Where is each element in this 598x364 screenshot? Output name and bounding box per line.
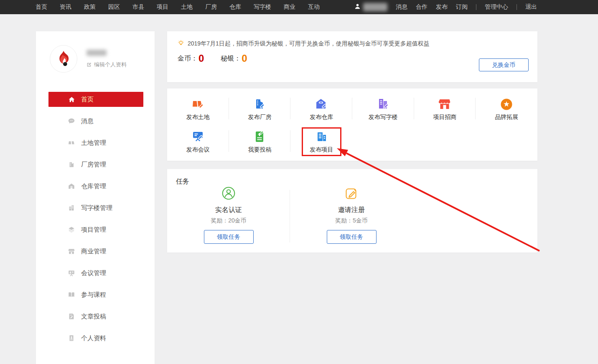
publish-office-label: 发布写字楼 bbox=[369, 114, 398, 121]
claim-task-button[interactable]: 领取任务 bbox=[204, 230, 254, 244]
sidebar-item-label: 首页 bbox=[81, 96, 94, 104]
sidebar-username-blurred bbox=[87, 50, 107, 56]
flame-logo-icon bbox=[54, 49, 73, 68]
publish-land-cell[interactable]: 发布土地 bbox=[167, 94, 229, 127]
project-investment-icon bbox=[437, 94, 452, 112]
project-investment-label: 项目招商 bbox=[433, 114, 456, 121]
office-icon bbox=[67, 204, 76, 212]
nav-item-subscribe[interactable]: 订阅 bbox=[456, 3, 468, 11]
realname-auth-icon bbox=[221, 185, 236, 202]
sidebar-item-business-management[interactable]: 商业管理 bbox=[36, 240, 155, 262]
nav-item-interact[interactable]: 互动 bbox=[308, 3, 320, 11]
nav-item-office[interactable]: 写字楼 bbox=[254, 3, 271, 11]
sidebar-menu: 首页 消息 土地管理 厂房管理 仓库管理 bbox=[36, 92, 155, 349]
nav-item-project[interactable]: 项目 bbox=[157, 3, 168, 11]
publish-warehouse-icon bbox=[314, 94, 329, 112]
publish-office-icon bbox=[376, 94, 391, 112]
sidebar-item-label: 消息 bbox=[81, 117, 94, 125]
sidebar-item-label: 文章投稿 bbox=[81, 313, 106, 321]
sidebar-item-warehouse-management[interactable]: 仓库管理 bbox=[36, 175, 155, 197]
nav-item-park[interactable]: 园区 bbox=[108, 3, 120, 11]
task-invite-register: 邀请注册 奖励：5金币 领取任务 bbox=[290, 185, 413, 244]
nav-item-warehouse[interactable]: 仓库 bbox=[229, 3, 241, 11]
sidebar-item-home[interactable]: 首页 bbox=[48, 92, 143, 107]
coins-notice-card: 2019年7月1日起，招商币升级为秘银，可用于兑换金币，使用秘银与金币可享受更多… bbox=[167, 31, 537, 82]
nav-item-factory[interactable]: 厂房 bbox=[205, 3, 217, 11]
sidebar-item-label: 个人资料 bbox=[81, 334, 106, 342]
submit-article-icon bbox=[252, 127, 267, 144]
silver-label: 秘银： bbox=[221, 54, 241, 63]
sidebar-item-label: 项目管理 bbox=[81, 226, 106, 234]
sidebar-item-article-submission[interactable]: 文章投稿 bbox=[36, 306, 155, 327]
brand-expansion-icon bbox=[499, 94, 514, 112]
nav-item-publish[interactable]: 发布 bbox=[436, 3, 448, 11]
tasks-card: 任务 实名认证 奖励：20金币 领取任务 邀请注册 奖励：5金币 领取任务 bbox=[167, 169, 537, 253]
task-name: 邀请注册 bbox=[338, 206, 365, 215]
store-icon bbox=[67, 248, 76, 255]
nav-item-messages[interactable]: 消息 bbox=[396, 3, 407, 11]
publish-actions-card: 发布土地 发布厂房 发布仓库 发布写字楼 项目招商 bbox=[167, 88, 537, 161]
sidebar-item-personal-info[interactable]: 个人资料 bbox=[36, 327, 155, 349]
nav-item-county[interactable]: 市县 bbox=[132, 3, 144, 11]
gold-coin-value: 0 bbox=[198, 53, 204, 63]
nav-divider bbox=[476, 4, 476, 10]
publish-land-icon bbox=[191, 94, 206, 112]
brand-expansion-cell[interactable]: 品牌拓展 bbox=[476, 94, 537, 127]
publish-project-icon bbox=[314, 127, 329, 144]
task-name: 实名认证 bbox=[215, 206, 242, 215]
sidebar-item-project-management[interactable]: 项目管理 bbox=[36, 219, 155, 240]
profile-info: 编辑个人资料 bbox=[87, 50, 127, 68]
publish-meeting-cell[interactable]: 发布会议 bbox=[167, 127, 229, 159]
notice-text: 2019年7月1日起，招商币升级为秘银，可用于兑换金币，使用秘银与金币可享受更多… bbox=[188, 40, 430, 48]
publish-factory-cell[interactable]: 发布厂房 bbox=[229, 94, 291, 127]
bulb-icon bbox=[178, 40, 184, 48]
claim-task-button[interactable]: 领取任务 bbox=[327, 230, 377, 244]
nav-item-home[interactable]: 首页 bbox=[36, 3, 47, 11]
nav-divider bbox=[517, 4, 517, 10]
sidebar-item-label: 商业管理 bbox=[81, 248, 106, 255]
nav-item-cooperation[interactable]: 合作 bbox=[416, 3, 428, 11]
publish-warehouse-cell[interactable]: 发布仓库 bbox=[290, 94, 352, 127]
gold-coin-label: 金币： bbox=[178, 54, 198, 63]
nav-item-news[interactable]: 资讯 bbox=[60, 3, 71, 11]
edit-pencil-icon bbox=[87, 62, 92, 67]
profile-block: 编辑个人资料 bbox=[36, 31, 155, 73]
sidebar-item-office-management[interactable]: 写字楼管理 bbox=[36, 197, 155, 219]
sidebar: 编辑个人资料 首页 消息 土地管理 厂房管理 bbox=[36, 31, 155, 364]
project-investment-cell[interactable]: 项目招商 bbox=[414, 94, 476, 127]
article-icon bbox=[67, 313, 76, 320]
nav-item-logout[interactable]: 退出 bbox=[525, 3, 537, 11]
factory-icon bbox=[67, 161, 76, 168]
sidebar-item-factory-management[interactable]: 厂房管理 bbox=[36, 154, 155, 175]
publish-office-cell[interactable]: 发布写字楼 bbox=[352, 94, 414, 127]
sidebar-item-label: 参与课程 bbox=[81, 291, 106, 299]
edit-profile-label: 编辑个人资料 bbox=[94, 61, 127, 68]
username-blurred bbox=[363, 3, 387, 11]
publish-project-cell[interactable]: 发布项目 bbox=[290, 127, 352, 159]
brand-expansion-label: 品牌拓展 bbox=[495, 114, 518, 121]
sidebar-item-messages[interactable]: 消息 bbox=[36, 110, 155, 132]
sidebar-item-meeting-management[interactable]: 会议管理 bbox=[36, 262, 155, 284]
sidebar-item-land-management[interactable]: 土地管理 bbox=[36, 132, 155, 154]
sidebar-item-label: 厂房管理 bbox=[81, 161, 106, 169]
sidebar-item-courses[interactable]: 参与课程 bbox=[36, 284, 155, 306]
sidebar-item-label: 会议管理 bbox=[81, 269, 106, 277]
nav-item-business[interactable]: 商业 bbox=[284, 3, 295, 11]
publish-project-label: 发布项目 bbox=[310, 146, 333, 154]
publish-factory-label: 发布厂房 bbox=[248, 114, 271, 121]
meeting-icon bbox=[67, 269, 76, 277]
nav-item-manage-center[interactable]: 管理中心 bbox=[485, 3, 508, 11]
exchange-gold-button[interactable]: 兑换金币 bbox=[479, 58, 529, 71]
sidebar-item-label: 写字楼管理 bbox=[81, 204, 112, 212]
sidebar-item-label: 仓库管理 bbox=[81, 182, 106, 190]
submit-article-cell[interactable]: 我要投稿 bbox=[229, 127, 291, 159]
message-icon bbox=[67, 117, 76, 125]
edit-profile-link[interactable]: 编辑个人资料 bbox=[87, 61, 127, 68]
nav-item-land[interactable]: 土地 bbox=[181, 3, 193, 11]
publish-meeting-icon bbox=[191, 127, 206, 144]
user-icon bbox=[354, 3, 361, 11]
navbar-user bbox=[354, 3, 387, 11]
tasks-title: 任务 bbox=[167, 169, 537, 186]
nav-item-policy[interactable]: 政策 bbox=[84, 3, 96, 11]
top-nav-user-area: 消息 合作 发布 订阅 管理中心 退出 bbox=[354, 3, 598, 11]
